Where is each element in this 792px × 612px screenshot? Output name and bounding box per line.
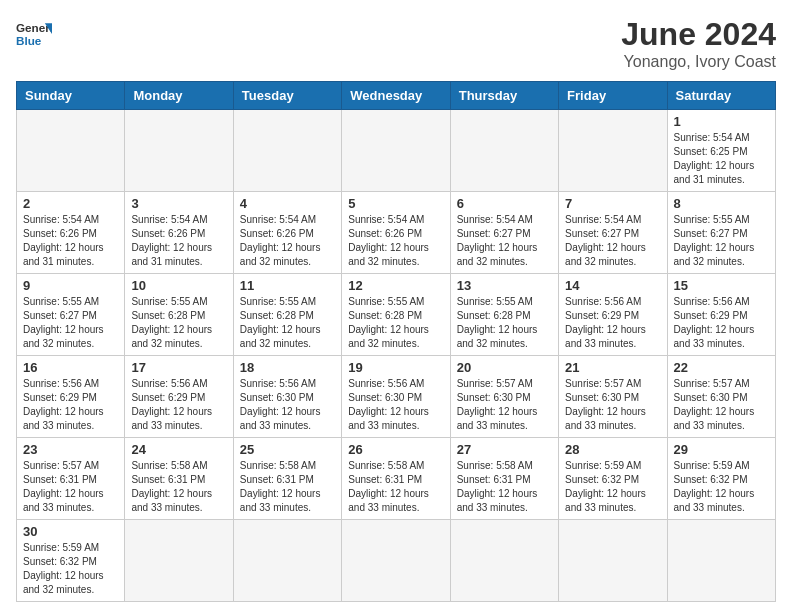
- calendar-day-cell: 20Sunrise: 5:57 AMSunset: 6:30 PMDayligh…: [450, 356, 558, 438]
- calendar-day-cell: 28Sunrise: 5:59 AMSunset: 6:32 PMDayligh…: [559, 438, 667, 520]
- day-number: 12: [348, 278, 443, 293]
- title-section: June 2024 Yonango, Ivory Coast: [621, 16, 776, 71]
- weekday-header-monday: Monday: [125, 82, 233, 110]
- day-info: Sunrise: 5:54 AMSunset: 6:27 PMDaylight:…: [457, 213, 552, 269]
- day-number: 5: [348, 196, 443, 211]
- calendar-week-row: 1Sunrise: 5:54 AMSunset: 6:25 PMDaylight…: [17, 110, 776, 192]
- day-number: 25: [240, 442, 335, 457]
- calendar-day-cell: 27Sunrise: 5:58 AMSunset: 6:31 PMDayligh…: [450, 438, 558, 520]
- calendar-day-cell: 29Sunrise: 5:59 AMSunset: 6:32 PMDayligh…: [667, 438, 775, 520]
- weekday-header-sunday: Sunday: [17, 82, 125, 110]
- calendar-day-cell: 17Sunrise: 5:56 AMSunset: 6:29 PMDayligh…: [125, 356, 233, 438]
- calendar-day-cell: [17, 110, 125, 192]
- calendar-day-cell: 5Sunrise: 5:54 AMSunset: 6:26 PMDaylight…: [342, 192, 450, 274]
- day-info: Sunrise: 5:56 AMSunset: 6:29 PMDaylight:…: [131, 377, 226, 433]
- day-number: 4: [240, 196, 335, 211]
- page-header: General Blue June 2024 Yonango, Ivory Co…: [16, 16, 776, 71]
- calendar-day-cell: [342, 520, 450, 602]
- calendar-day-cell: 25Sunrise: 5:58 AMSunset: 6:31 PMDayligh…: [233, 438, 341, 520]
- day-info: Sunrise: 5:58 AMSunset: 6:31 PMDaylight:…: [348, 459, 443, 515]
- calendar-day-cell: [342, 110, 450, 192]
- day-number: 10: [131, 278, 226, 293]
- day-number: 11: [240, 278, 335, 293]
- calendar-day-cell: 11Sunrise: 5:55 AMSunset: 6:28 PMDayligh…: [233, 274, 341, 356]
- weekday-header-wednesday: Wednesday: [342, 82, 450, 110]
- day-info: Sunrise: 5:57 AMSunset: 6:31 PMDaylight:…: [23, 459, 118, 515]
- day-number: 29: [674, 442, 769, 457]
- day-info: Sunrise: 5:59 AMSunset: 6:32 PMDaylight:…: [23, 541, 118, 597]
- calendar-day-cell: 22Sunrise: 5:57 AMSunset: 6:30 PMDayligh…: [667, 356, 775, 438]
- calendar-day-cell: 4Sunrise: 5:54 AMSunset: 6:26 PMDaylight…: [233, 192, 341, 274]
- weekday-header-saturday: Saturday: [667, 82, 775, 110]
- day-info: Sunrise: 5:54 AMSunset: 6:26 PMDaylight:…: [240, 213, 335, 269]
- calendar-day-cell: 24Sunrise: 5:58 AMSunset: 6:31 PMDayligh…: [125, 438, 233, 520]
- day-info: Sunrise: 5:55 AMSunset: 6:28 PMDaylight:…: [131, 295, 226, 351]
- day-info: Sunrise: 5:56 AMSunset: 6:30 PMDaylight:…: [240, 377, 335, 433]
- day-info: Sunrise: 5:55 AMSunset: 6:28 PMDaylight:…: [457, 295, 552, 351]
- day-number: 23: [23, 442, 118, 457]
- calendar-day-cell: [450, 110, 558, 192]
- main-title: June 2024: [621, 16, 776, 53]
- calendar-day-cell: 26Sunrise: 5:58 AMSunset: 6:31 PMDayligh…: [342, 438, 450, 520]
- day-info: Sunrise: 5:54 AMSunset: 6:27 PMDaylight:…: [565, 213, 660, 269]
- day-info: Sunrise: 5:55 AMSunset: 6:28 PMDaylight:…: [240, 295, 335, 351]
- calendar-day-cell: 16Sunrise: 5:56 AMSunset: 6:29 PMDayligh…: [17, 356, 125, 438]
- day-number: 22: [674, 360, 769, 375]
- day-info: Sunrise: 5:56 AMSunset: 6:29 PMDaylight:…: [565, 295, 660, 351]
- day-number: 28: [565, 442, 660, 457]
- calendar-week-row: 9Sunrise: 5:55 AMSunset: 6:27 PMDaylight…: [17, 274, 776, 356]
- calendar-day-cell: 8Sunrise: 5:55 AMSunset: 6:27 PMDaylight…: [667, 192, 775, 274]
- calendar-week-row: 16Sunrise: 5:56 AMSunset: 6:29 PMDayligh…: [17, 356, 776, 438]
- calendar-day-cell: 12Sunrise: 5:55 AMSunset: 6:28 PMDayligh…: [342, 274, 450, 356]
- day-number: 30: [23, 524, 118, 539]
- calendar-day-cell: 19Sunrise: 5:56 AMSunset: 6:30 PMDayligh…: [342, 356, 450, 438]
- weekday-header-thursday: Thursday: [450, 82, 558, 110]
- weekday-header-tuesday: Tuesday: [233, 82, 341, 110]
- day-number: 6: [457, 196, 552, 211]
- calendar-week-row: 23Sunrise: 5:57 AMSunset: 6:31 PMDayligh…: [17, 438, 776, 520]
- weekday-header-row: SundayMondayTuesdayWednesdayThursdayFrid…: [17, 82, 776, 110]
- weekday-header-friday: Friday: [559, 82, 667, 110]
- calendar-day-cell: 2Sunrise: 5:54 AMSunset: 6:26 PMDaylight…: [17, 192, 125, 274]
- day-number: 26: [348, 442, 443, 457]
- day-number: 16: [23, 360, 118, 375]
- day-info: Sunrise: 5:56 AMSunset: 6:29 PMDaylight:…: [23, 377, 118, 433]
- day-number: 24: [131, 442, 226, 457]
- calendar-day-cell: [667, 520, 775, 602]
- day-info: Sunrise: 5:55 AMSunset: 6:27 PMDaylight:…: [674, 213, 769, 269]
- day-info: Sunrise: 5:59 AMSunset: 6:32 PMDaylight:…: [674, 459, 769, 515]
- calendar-day-cell: [125, 110, 233, 192]
- calendar-day-cell: [559, 110, 667, 192]
- day-number: 17: [131, 360, 226, 375]
- calendar-day-cell: 30Sunrise: 5:59 AMSunset: 6:32 PMDayligh…: [17, 520, 125, 602]
- day-number: 3: [131, 196, 226, 211]
- day-number: 1: [674, 114, 769, 129]
- day-info: Sunrise: 5:58 AMSunset: 6:31 PMDaylight:…: [240, 459, 335, 515]
- calendar-day-cell: 13Sunrise: 5:55 AMSunset: 6:28 PMDayligh…: [450, 274, 558, 356]
- day-number: 18: [240, 360, 335, 375]
- day-info: Sunrise: 5:54 AMSunset: 6:26 PMDaylight:…: [348, 213, 443, 269]
- calendar-day-cell: 9Sunrise: 5:55 AMSunset: 6:27 PMDaylight…: [17, 274, 125, 356]
- day-info: Sunrise: 5:56 AMSunset: 6:30 PMDaylight:…: [348, 377, 443, 433]
- day-info: Sunrise: 5:59 AMSunset: 6:32 PMDaylight:…: [565, 459, 660, 515]
- day-info: Sunrise: 5:54 AMSunset: 6:26 PMDaylight:…: [23, 213, 118, 269]
- calendar-day-cell: 3Sunrise: 5:54 AMSunset: 6:26 PMDaylight…: [125, 192, 233, 274]
- subtitle: Yonango, Ivory Coast: [621, 53, 776, 71]
- calendar-day-cell: [450, 520, 558, 602]
- day-info: Sunrise: 5:57 AMSunset: 6:30 PMDaylight:…: [565, 377, 660, 433]
- day-info: Sunrise: 5:57 AMSunset: 6:30 PMDaylight:…: [674, 377, 769, 433]
- svg-text:General: General: [16, 21, 52, 34]
- day-number: 14: [565, 278, 660, 293]
- day-info: Sunrise: 5:54 AMSunset: 6:26 PMDaylight:…: [131, 213, 226, 269]
- day-number: 7: [565, 196, 660, 211]
- day-number: 8: [674, 196, 769, 211]
- day-info: Sunrise: 5:55 AMSunset: 6:27 PMDaylight:…: [23, 295, 118, 351]
- day-info: Sunrise: 5:54 AMSunset: 6:25 PMDaylight:…: [674, 131, 769, 187]
- svg-text:Blue: Blue: [16, 34, 42, 47]
- day-number: 13: [457, 278, 552, 293]
- day-number: 21: [565, 360, 660, 375]
- calendar-day-cell: 21Sunrise: 5:57 AMSunset: 6:30 PMDayligh…: [559, 356, 667, 438]
- calendar-day-cell: 14Sunrise: 5:56 AMSunset: 6:29 PMDayligh…: [559, 274, 667, 356]
- day-info: Sunrise: 5:58 AMSunset: 6:31 PMDaylight:…: [457, 459, 552, 515]
- calendar-day-cell: 15Sunrise: 5:56 AMSunset: 6:29 PMDayligh…: [667, 274, 775, 356]
